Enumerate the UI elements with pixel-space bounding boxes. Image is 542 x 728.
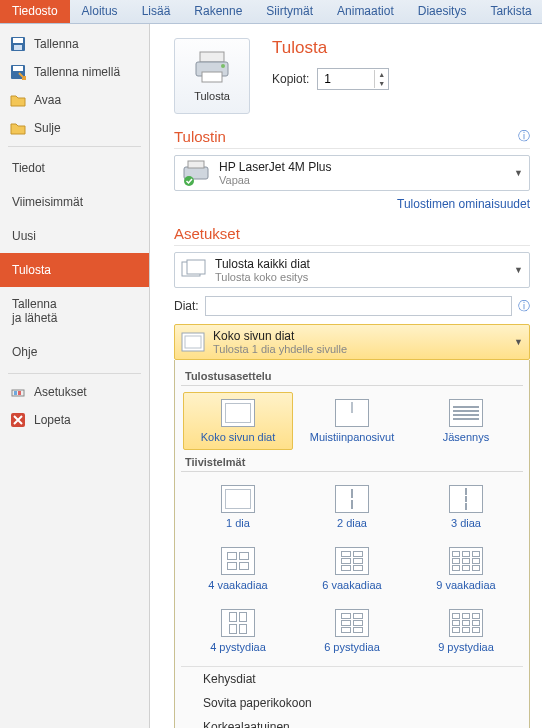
sidebar-item-exit[interactable]: Lopeta [0, 406, 149, 434]
page-title: Tulosta [272, 38, 389, 58]
tab-insert[interactable]: Lisää [130, 0, 183, 23]
opt-2[interactable]: 2 diaa [297, 478, 407, 536]
svg-rect-9 [200, 52, 224, 62]
opt-label: 4 pystydiaa [210, 641, 266, 653]
layout-dropdown[interactable]: Koko sivun diat Tulosta 1 dia yhdelle si… [174, 324, 530, 360]
chevron-down-icon: ▼ [514, 337, 523, 347]
svg-rect-2 [14, 45, 22, 50]
sidebar-item-save[interactable]: Tallenna [0, 30, 149, 58]
menu-frame-slides[interactable]: Kehysdiat [181, 667, 523, 691]
sidebar-item-label: Sulje [34, 121, 61, 135]
sidebar-item-new[interactable]: Uusi [0, 219, 149, 253]
thumb-icon [449, 547, 483, 575]
sidebar-item-recent[interactable]: Viimeisimmät [0, 185, 149, 219]
opt-label: 9 vaakadiaa [436, 579, 495, 591]
opt-6v[interactable]: 6 pystydiaa [297, 602, 407, 660]
sidebar-item-open[interactable]: Avaa [0, 86, 149, 114]
opt-notes[interactable]: Muistiinpanosivut [297, 392, 407, 450]
thumb-icon [335, 609, 369, 637]
opt-3[interactable]: 3 diaa [411, 478, 521, 536]
dd-label: Koko sivun diat [213, 329, 347, 343]
sidebar-item-print[interactable]: Tulosta [0, 253, 149, 287]
menu-scale-to-fit[interactable]: Sovita paperikokoon [181, 691, 523, 715]
save-as-icon [10, 64, 26, 80]
sidebar-item-label: Tiedot [12, 161, 45, 175]
svg-rect-1 [13, 38, 23, 43]
opt-label: 9 pystydiaa [438, 641, 494, 653]
printer-icon [192, 50, 232, 86]
exit-icon [10, 412, 26, 428]
folder-open-icon [10, 92, 26, 108]
printer-status-icon [181, 160, 211, 186]
sidebar-item-help[interactable]: Ohje [0, 335, 149, 369]
opt-6h[interactable]: 6 vaakadiaa [297, 540, 407, 598]
opt-9h[interactable]: 9 vaakadiaa [411, 540, 521, 598]
slides-input[interactable] [205, 296, 512, 316]
opt-4h[interactable]: 4 vaakadiaa [183, 540, 293, 598]
opt-label: 6 vaakadiaa [322, 579, 381, 591]
sidebar-item-options[interactable]: Asetukset [0, 378, 149, 406]
printer-heading: Tulostin ⓘ [174, 128, 530, 149]
sidebar-item-label: Ohje [12, 345, 37, 359]
dd-sublabel: Tulosta 1 dia yhdelle sivulle [213, 343, 347, 355]
dd-sublabel: Tulosta koko esitys [215, 271, 310, 283]
copies-spinner[interactable]: ▲▼ [317, 68, 389, 90]
printer-properties-link[interactable]: Tulostimen ominaisuudet [174, 197, 530, 211]
sidebar-item-save-as[interactable]: Tallenna nimellä [0, 58, 149, 86]
printer-name: HP LaserJet 4M Plus [219, 160, 332, 174]
copies-label: Kopiot: [272, 72, 309, 86]
tab-animations[interactable]: Animaatiot [325, 0, 406, 23]
info-icon[interactable]: ⓘ [518, 128, 530, 145]
save-icon [10, 36, 26, 52]
sidebar-item-label: Lopeta [34, 413, 71, 427]
svg-point-15 [184, 176, 194, 186]
sidebar-item-label: Uusi [12, 229, 36, 243]
spinner-arrows[interactable]: ▲▼ [374, 70, 388, 88]
chevron-down-icon: ▼ [514, 168, 523, 178]
svg-rect-7 [18, 391, 21, 395]
thumb-icon [449, 485, 483, 513]
svg-rect-11 [202, 72, 222, 82]
opt-full-page[interactable]: Koko sivun diat [183, 392, 293, 450]
opt-1[interactable]: 1 dia [183, 478, 293, 536]
sidebar-item-label: Tallenna nimellä [34, 65, 120, 79]
full-page-icon [181, 332, 205, 352]
sidebar-item-save-send[interactable]: Tallenna ja lähetä [0, 287, 149, 335]
opt-label: 1 dia [226, 517, 250, 529]
thumb-icon [335, 485, 369, 513]
opt-outline[interactable]: Jäsennys [411, 392, 521, 450]
thumb-icon [449, 399, 483, 427]
opt-label: Koko sivun diat [201, 431, 276, 443]
tab-file[interactable]: Tiedosto [0, 0, 70, 23]
tab-transitions[interactable]: Siirtymät [254, 0, 325, 23]
print-button[interactable]: Tulosta [174, 38, 250, 114]
tab-design[interactable]: Rakenne [182, 0, 254, 23]
chevron-down-icon: ▼ [514, 265, 523, 275]
sidebar-item-label: Asetukset [34, 385, 87, 399]
info-icon[interactable]: ⓘ [518, 298, 530, 315]
settings-heading: Asetukset [174, 225, 530, 246]
tab-review[interactable]: Tarkista [478, 0, 542, 23]
printer-dropdown[interactable]: HP LaserJet 4M Plus Vapaa ▼ [174, 155, 530, 191]
tab-slideshow[interactable]: Diaesitys [406, 0, 479, 23]
sidebar-item-close[interactable]: Sulje [0, 114, 149, 142]
thumb-icon [221, 547, 255, 575]
print-backstage: Tulosta Tulosta Kopiot: ▲▼ Tulostin ⓘ [150, 24, 542, 728]
sidebar-item-label: Avaa [34, 93, 61, 107]
sidebar-item-info[interactable]: Tiedot [0, 151, 149, 185]
opt-label: 6 pystydiaa [324, 641, 380, 653]
menu-high-quality[interactable]: Korkealaatuinen [181, 715, 523, 728]
copies-input[interactable] [318, 69, 374, 89]
thumb-icon [221, 485, 255, 513]
thumb-icon [449, 609, 483, 637]
opt-9v[interactable]: 9 pystydiaa [411, 602, 521, 660]
layout-dropdown-panel: Tulostusasettelu Koko sivun diat Muistii… [174, 360, 530, 728]
sidebar-item-label: Tallenna ja lähetä [12, 297, 57, 325]
separator [8, 146, 141, 147]
tab-home[interactable]: Aloitus [70, 0, 130, 23]
sidebar-item-label: Viimeisimmät [12, 195, 83, 209]
opt-4v[interactable]: 4 pystydiaa [183, 602, 293, 660]
dd-label: Tulosta kaikki diat [215, 257, 310, 271]
print-what-dropdown[interactable]: Tulosta kaikki diat Tulosta koko esitys … [174, 252, 530, 288]
opt-label: 3 diaa [451, 517, 481, 529]
